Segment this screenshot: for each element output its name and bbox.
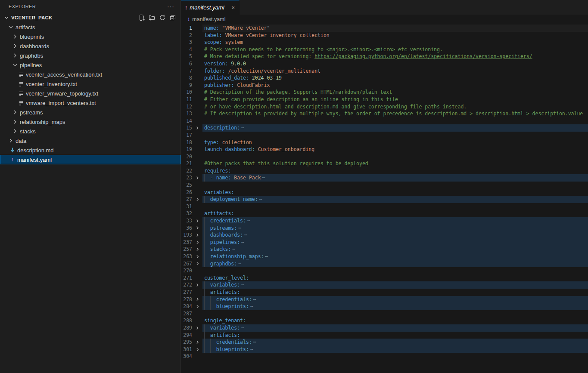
code-line-content[interactable] [202,182,588,189]
tree-item-vcenter-inventory-txt[interactable]: vcenter_inventory.txt [0,79,180,89]
code-line-content[interactable]: # Description of the package. Supports H… [202,89,588,96]
fold-chevron-icon[interactable] [192,303,202,310]
more-actions-icon[interactable]: ··· [167,4,174,9]
breadcrumb-item[interactable]: manifest.yaml [192,16,225,22]
chevron-right-icon[interactable] [11,118,19,125]
code-line-content[interactable]: relationship_maps:⋯ [202,253,588,260]
folded-region-badge[interactable]: ⋯ [238,225,241,231]
code-line-content[interactable]: description:⋯ [202,124,588,132]
tree-item-vcenter-pack-root[interactable]: VCENTER_PACK [0,13,180,22]
code-line-content[interactable] [202,267,588,274]
fold-chevron-icon[interactable] [192,281,202,289]
code-line-content[interactable]: - name: Base Pack⋯ [202,174,588,182]
chevron-right-icon[interactable] [11,109,19,116]
code-line-content[interactable]: version: 9.0.0 [202,60,588,68]
folded-region-badge[interactable]: ⋯ [262,175,265,181]
fold-chevron-icon[interactable] [192,174,202,182]
fold-chevron-icon[interactable] [192,339,202,346]
code-line-content[interactable]: credentials:⋯ [202,339,588,346]
code-line-content[interactable]: deployment_name:⋯ [202,196,588,203]
refresh-icon[interactable] [158,13,167,22]
tree-item-dashboards[interactable]: dashboards [0,41,180,51]
code-line-content[interactable]: variables:⋯ [202,324,588,332]
folded-region-badge[interactable]: ⋯ [265,253,268,259]
chevron-right-icon[interactable] [7,137,15,144]
code-line-content[interactable]: artifacts: [202,332,588,339]
folded-region-badge[interactable]: ⋯ [232,246,235,252]
tree-item-pstreams[interactable]: pstreams [0,108,180,117]
code-line-content[interactable]: artifacts: [202,289,588,296]
chevron-right-icon[interactable] [11,33,19,40]
new-file-icon[interactable] [137,13,146,22]
fold-chevron-icon[interactable] [192,346,202,353]
chevron-right-icon[interactable] [11,52,19,59]
tree-item-blueprints[interactable]: blueprints [0,32,180,41]
code-line-content[interactable]: customer_level: [202,274,588,282]
code-line-content[interactable]: #Other packs that this solution requires… [202,160,588,167]
tree-item-stacks[interactable]: stacks [0,126,180,136]
code-line-content[interactable]: # or have description.html and descripti… [202,103,588,111]
fold-chevron-icon[interactable] [192,296,202,303]
code-line-content[interactable]: # Pack version needs to be conforming to… [202,46,588,53]
code-line-content[interactable] [202,132,588,139]
tree-item-artifacts[interactable]: artifacts [0,22,180,32]
close-tab-icon[interactable]: × [230,4,236,11]
code-line-content[interactable]: # If description is provided by multiple… [202,110,588,117]
chevron-down-icon[interactable] [3,14,10,21]
tree-item-graphdbs[interactable]: graphdbs [0,51,180,60]
tree-item-vcenter-access-verification-txt[interactable]: vcenter_access_verification.txt [0,70,180,79]
fold-chevron-icon[interactable] [192,253,202,260]
folded-region-badge[interactable]: ⋯ [247,218,250,224]
code-line-content[interactable]: # More detailed spec for versioning: htt… [202,53,588,60]
fold-chevron-icon[interactable] [192,225,202,232]
code-line-content[interactable]: scope: system [202,39,588,46]
fold-chevron-icon[interactable] [192,196,202,203]
chevron-down-icon[interactable] [11,62,19,68]
folded-region-badge[interactable]: ⋯ [253,339,256,345]
code-line-content[interactable]: pipelines:⋯ [202,239,588,246]
code-line-content[interactable]: name: "VMWare vCenter" [202,25,588,32]
folded-region-badge[interactable]: ⋯ [241,125,244,131]
code-line-content[interactable]: blueprints:⋯ [202,346,588,353]
tab-manifest-yaml[interactable]: ! manifest.yaml × [181,0,240,15]
fold-chevron-icon[interactable] [192,260,202,268]
code-line-content[interactable] [202,117,588,125]
fold-chevron-icon[interactable] [192,239,202,246]
chevron-down-icon[interactable] [7,24,15,31]
folded-region-badge[interactable]: ⋯ [259,196,262,202]
code-line-content[interactable]: stacks:⋯ [202,246,588,253]
code-line-content[interactable]: launch_dashboard: Customer_onboarding [202,146,588,153]
tree-item-vmware-import-vcenters-txt[interactable]: vmware_import_vcenters.txt [0,98,180,108]
code-line-content[interactable]: variables: [202,189,588,196]
code-line-content[interactable] [202,153,588,160]
code-line-content[interactable]: credentials:⋯ [202,217,588,225]
code-line-content[interactable]: type: collection [202,139,588,146]
tree-item-vcenter-vmware-topology-txt[interactable]: vcenter_vmware_topology.txt [0,89,180,98]
folded-region-badge[interactable]: ⋯ [238,261,241,267]
code-line-content[interactable]: folder: /collection/vcenter_multitenant [202,68,588,75]
fold-chevron-icon[interactable] [192,246,202,253]
tree-item-description-md[interactable]: description.md [0,145,180,155]
fold-chevron-icon[interactable] [192,231,202,239]
code-line-content[interactable]: label: VMware vCenter inventory collecti… [202,32,588,39]
code-line-content[interactable]: variables:⋯ [202,281,588,289]
code-line-content[interactable]: blueprints:⋯ [202,303,588,310]
chevron-right-icon[interactable] [11,43,19,49]
code-line-content[interactable] [202,353,588,360]
code-line-content[interactable]: dashboards:⋯ [202,231,588,239]
code-line-content[interactable]: credentials:⋯ [202,296,588,303]
folded-region-badge[interactable]: ⋯ [241,325,244,331]
fold-chevron-icon[interactable] [192,324,202,332]
collapse-all-icon[interactable] [168,13,177,22]
folded-region-badge[interactable]: ⋯ [253,296,256,302]
folded-region-badge[interactable]: ⋯ [250,303,253,309]
code-line-content[interactable] [202,310,588,318]
code-line-content[interactable]: graphdbs:⋯ [202,260,588,268]
code-line-content[interactable]: artifacts: [202,210,588,217]
code-line-content[interactable]: # Either can provide description as an i… [202,96,588,103]
folded-region-badge[interactable]: ⋯ [244,232,247,238]
new-folder-icon[interactable] [148,13,156,22]
tree-item-manifest-yaml[interactable]: !manifest.yaml [0,155,180,164]
code-line-content[interactable] [202,203,588,210]
code-line-content[interactable]: published_date: 2024-03-19 [202,74,588,82]
